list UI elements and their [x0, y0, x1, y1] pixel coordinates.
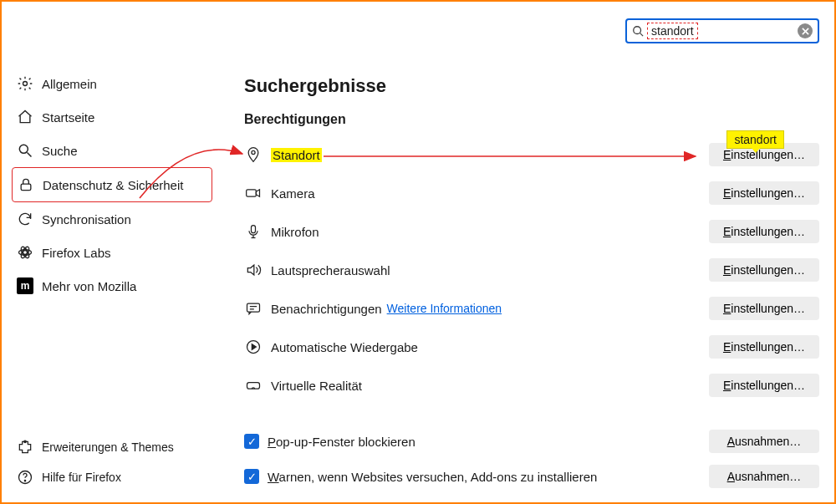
- sidebar-item-labs[interactable]: Firefox Labs: [12, 236, 212, 269]
- permission-label: Benachrichtigungen: [271, 302, 382, 316]
- sidebar-item-home[interactable]: Startseite: [12, 100, 212, 134]
- svg-rect-17: [252, 226, 256, 233]
- settings-button-microphone[interactable]: Einstellungen…: [709, 220, 819, 243]
- camera-icon: [244, 184, 263, 202]
- permission-row-notifications: Benachrichtigungen Weitere Informationen…: [244, 293, 819, 324]
- microphone-icon: [244, 222, 263, 241]
- section-title: Berechtigungen: [244, 112, 819, 127]
- settings-button-camera[interactable]: Einstellungen…: [709, 181, 819, 205]
- sidebar-bottom: Erweiterungen & Themes Hilfe für Firefox: [12, 432, 212, 492]
- checkbox-row-warn: ✓ Warnen, wenn Websites versuchen, Add-o…: [244, 461, 819, 491]
- search-value-text: standort: [647, 23, 698, 39]
- settings-search-field[interactable]: standort: [625, 18, 819, 43]
- sidebar-item-label: Mehr von Mozilla: [42, 279, 136, 293]
- svg-point-5: [19, 145, 28, 153]
- search-icon: [17, 142, 33, 159]
- checkbox-label: Warnen, wenn Websites versuchen, Add-ons…: [268, 470, 597, 484]
- sidebar-item-help[interactable]: Hilfe für Firefox: [12, 462, 212, 492]
- permission-row-autoplay: Automatische Wiedergabe Einstellungen…: [244, 331, 819, 363]
- checkbox-label: Pop-up-Fenster blockieren: [268, 435, 415, 449]
- permission-row-camera: Kamera Einstellungen…: [244, 177, 819, 209]
- svg-point-14: [24, 481, 25, 481]
- sidebar-item-label: Synchronisation: [42, 212, 131, 227]
- svg-point-8: [23, 251, 28, 255]
- svg-rect-16: [247, 190, 257, 196]
- sync-icon: [17, 211, 33, 227]
- help-icon: [17, 469, 33, 486]
- exceptions-button-warn[interactable]: Ausnahmen…: [709, 465, 819, 488]
- learn-more-link[interactable]: Weitere Informationen: [387, 302, 502, 315]
- permission-label: Lautsprecherauswahl: [271, 263, 390, 277]
- svg-rect-20: [247, 303, 260, 312]
- sidebar-item-search[interactable]: Suche: [12, 134, 212, 167]
- permission-row-speaker: Lautsprecherauswahl Einstellungen…: [244, 254, 819, 286]
- sidebar-item-general[interactable]: Allgemein: [12, 67, 212, 100]
- settings-button-notifications[interactable]: Einstellungen…: [709, 297, 819, 320]
- sidebar-item-label: Datenschutz & Sicherheit: [43, 178, 183, 192]
- sidebar-item-label: Suche: [42, 144, 78, 158]
- checkbox-popup[interactable]: ✓: [244, 434, 259, 449]
- sidebar-item-label: Startseite: [42, 110, 94, 125]
- settings-button-vr[interactable]: Einstellungen…: [709, 374, 819, 397]
- sidebar-item-label: Firefox Labs: [42, 246, 111, 260]
- svg-point-15: [252, 150, 255, 154]
- settings-button-autoplay[interactable]: Einstellungen…: [709, 335, 819, 359]
- clear-icon[interactable]: [798, 23, 813, 38]
- vr-icon: [244, 376, 263, 395]
- sidebar-item-mozilla[interactable]: m Mehr von Mozilla: [12, 269, 212, 303]
- page-title: Suchergebnisse: [244, 75, 819, 97]
- puzzle-icon: [17, 439, 33, 456]
- search-icon: [632, 25, 644, 37]
- svg-point-4: [23, 82, 28, 86]
- permission-label: Virtuelle Realität: [271, 379, 362, 393]
- svg-line-6: [28, 153, 32, 157]
- permission-label: Mikrofon: [271, 225, 319, 239]
- speaker-icon: [244, 261, 263, 279]
- mozilla-icon: m: [17, 277, 33, 294]
- permission-label: Kamera: [271, 186, 315, 201]
- labs-icon: [17, 244, 33, 261]
- sidebar: Allgemein Startseite Suche Datenschutz &…: [12, 67, 212, 303]
- exceptions-button-popup[interactable]: Ausnahmen…: [709, 430, 819, 453]
- lock-icon: [18, 176, 34, 193]
- checkbox-row-popup: ✓ Pop-up-Fenster blockieren Ausnahmen…: [244, 426, 819, 456]
- permission-row-microphone: Mikrofon Einstellungen…: [244, 216, 819, 247]
- svg-rect-7: [21, 184, 31, 191]
- checkbox-warn[interactable]: ✓: [244, 469, 259, 484]
- sidebar-item-privacy[interactable]: Datenschutz & Sicherheit: [12, 167, 212, 202]
- permission-label: Automatische Wiedergabe: [271, 340, 418, 354]
- settings-button-speaker[interactable]: Einstellungen…: [709, 258, 819, 282]
- sidebar-item-sync[interactable]: Synchronisation: [12, 202, 212, 236]
- permission-row-vr: Virtuelle Realität Einstellungen…: [244, 369, 819, 401]
- svg-point-0: [634, 27, 641, 34]
- sidebar-item-label: Erweiterungen & Themes: [42, 440, 174, 454]
- autoplay-icon: [244, 338, 263, 356]
- sidebar-item-label: Allgemein: [42, 77, 97, 91]
- permission-label: Standort: [271, 148, 322, 162]
- search-tooltip: standort: [726, 130, 784, 149]
- gear-icon: [17, 75, 33, 92]
- svg-line-1: [640, 33, 644, 37]
- location-icon: [244, 145, 263, 164]
- notification-icon: [244, 299, 263, 318]
- sidebar-item-label: Hilfe für Firefox: [42, 471, 121, 484]
- home-icon: [17, 109, 33, 125]
- sidebar-item-extensions[interactable]: Erweiterungen & Themes: [12, 432, 212, 462]
